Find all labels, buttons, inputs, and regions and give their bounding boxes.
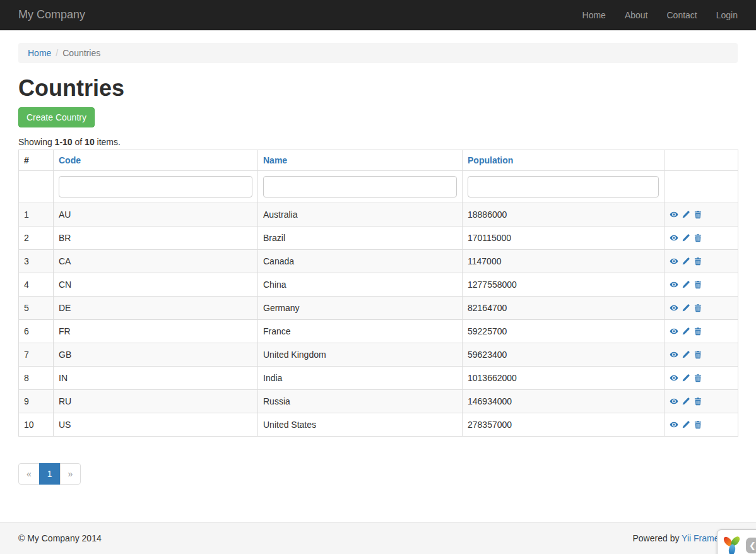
cell-index: 4 — [19, 273, 54, 297]
update-button[interactable] — [682, 326, 690, 336]
delete-button[interactable] — [694, 256, 702, 266]
pencil-icon — [682, 397, 690, 406]
trash-icon — [694, 233, 702, 242]
view-button[interactable] — [670, 303, 678, 313]
pagination-next[interactable]: » — [61, 463, 81, 485]
breadcrumb-home[interactable]: Home — [28, 48, 51, 58]
view-button[interactable] — [670, 233, 678, 243]
update-button[interactable] — [682, 303, 690, 313]
cell-code: US — [54, 413, 258, 437]
trash-icon — [694, 374, 702, 382]
pencil-icon — [682, 210, 690, 219]
nav-item-about[interactable]: About — [615, 1, 658, 29]
delete-button[interactable] — [694, 233, 702, 243]
delete-button[interactable] — [694, 350, 702, 360]
delete-button[interactable] — [694, 396, 702, 406]
cell-actions — [664, 273, 738, 297]
eye-icon — [670, 327, 678, 336]
delete-button[interactable] — [694, 420, 702, 430]
cell-actions — [664, 343, 738, 367]
pagination-next-link[interactable]: » — [60, 463, 81, 485]
debug-toolbar-toggle-button[interactable]: ❮ — [746, 538, 756, 553]
pagination-prev-link[interactable]: « — [18, 463, 40, 485]
view-button[interactable] — [670, 350, 678, 360]
delete-button[interactable] — [694, 326, 702, 336]
pencil-icon — [682, 350, 690, 359]
cell-code: GB — [54, 343, 258, 367]
update-button[interactable] — [682, 350, 690, 360]
view-button[interactable] — [670, 420, 678, 430]
update-button[interactable] — [682, 373, 690, 383]
delete-button[interactable] — [694, 280, 702, 290]
table-row: 9RURussia146934000 — [19, 390, 738, 413]
yii-logo-icon — [721, 535, 742, 554]
table-row: 5DEGermany82164700 — [19, 297, 738, 320]
update-button[interactable] — [682, 396, 690, 406]
pagination-prev[interactable]: « — [18, 463, 40, 485]
col-header-name: Name — [258, 150, 463, 171]
sort-name-link[interactable]: Name — [263, 155, 287, 165]
view-button[interactable] — [670, 256, 678, 266]
pagination-page-1-link[interactable]: 1 — [39, 463, 61, 485]
cell-actions — [664, 227, 738, 250]
create-country-button[interactable]: Create Country — [18, 107, 95, 127]
update-button[interactable] — [682, 209, 690, 220]
cell-name: Canada — [258, 250, 463, 273]
cell-code: IN — [54, 367, 258, 390]
cell-name: France — [258, 320, 463, 343]
cell-population: 1277558000 — [463, 273, 664, 297]
breadcrumb: Home / Countries — [18, 43, 738, 63]
countries-table: # Code Name Population 1AUAustralia18886… — [18, 150, 738, 437]
cell-code: CN — [54, 273, 258, 297]
pencil-icon — [682, 420, 690, 429]
cell-index: 9 — [19, 390, 54, 413]
pencil-icon — [682, 304, 690, 312]
cell-actions — [664, 413, 738, 437]
cell-code: CA — [54, 250, 258, 273]
breadcrumb-home-link[interactable]: Home — [28, 48, 51, 58]
page: My Company Home About Contact Login Home… — [0, 0, 756, 554]
eye-icon — [670, 210, 678, 219]
cell-population: 170115000 — [463, 227, 664, 250]
pencil-icon — [682, 327, 690, 336]
name-filter-input[interactable] — [263, 176, 457, 197]
nav-item-login[interactable]: Login — [707, 1, 747, 29]
delete-button[interactable] — [694, 373, 702, 383]
update-button[interactable] — [682, 233, 690, 243]
eye-icon — [670, 304, 678, 312]
summary-prefix: Showing — [18, 137, 55, 147]
cell-name: United Kingdom — [258, 343, 463, 367]
breadcrumb-separator: / — [51, 48, 62, 58]
view-button[interactable] — [670, 326, 678, 336]
pagination-page-1[interactable]: 1 — [40, 463, 61, 485]
pencil-icon — [682, 257, 690, 266]
sort-code-link[interactable]: Code — [59, 155, 81, 165]
nav-item-contact[interactable]: Contact — [657, 1, 706, 29]
trash-icon — [694, 350, 702, 359]
navbar-brand[interactable]: My Company — [18, 8, 85, 21]
view-button[interactable] — [670, 209, 678, 220]
nav-link-home[interactable]: Home — [573, 1, 615, 29]
trash-icon — [694, 210, 702, 219]
table-filter-row — [19, 171, 738, 203]
nav-link-login[interactable]: Login — [707, 1, 747, 29]
code-filter-input[interactable] — [59, 176, 252, 197]
trash-icon — [694, 280, 702, 289]
table-header-row: # Code Name Population — [19, 150, 738, 171]
cell-name: United States — [258, 413, 463, 437]
view-button[interactable] — [670, 396, 678, 406]
breadcrumb-current: Countries — [62, 48, 100, 58]
update-button[interactable] — [682, 280, 690, 290]
delete-button[interactable] — [694, 303, 702, 313]
population-filter-input[interactable] — [468, 176, 659, 197]
nav-item-home[interactable]: Home — [573, 1, 615, 29]
update-button[interactable] — [682, 256, 690, 266]
summary-suffix: items. — [95, 137, 121, 147]
view-button[interactable] — [670, 280, 678, 290]
sort-population-link[interactable]: Population — [468, 155, 513, 165]
delete-button[interactable] — [694, 209, 702, 220]
nav-link-about[interactable]: About — [615, 1, 658, 29]
nav-link-contact[interactable]: Contact — [657, 1, 706, 29]
update-button[interactable] — [682, 420, 690, 430]
view-button[interactable] — [670, 373, 678, 383]
